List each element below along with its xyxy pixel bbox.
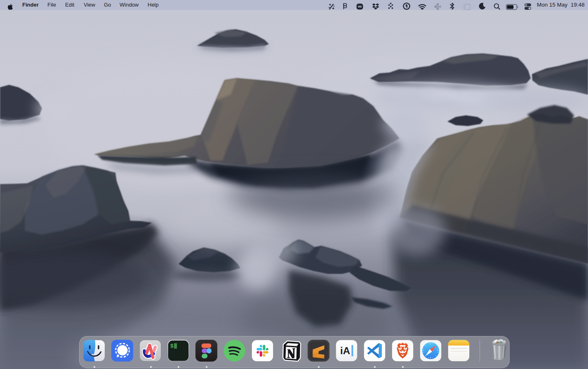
svg-text:iA: iA	[340, 345, 350, 356]
svg-text:$: $	[170, 343, 174, 349]
